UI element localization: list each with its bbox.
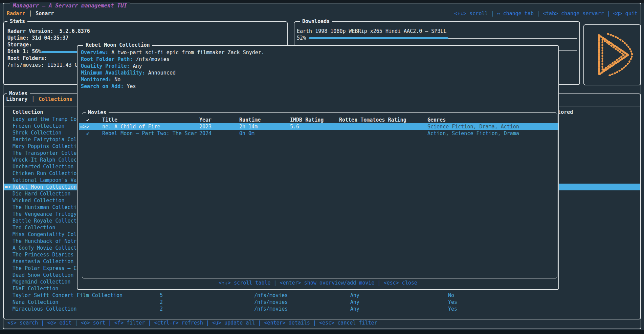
collection-column-header: Collection — [13, 109, 43, 116]
collection-name: Uncharted Collection — [13, 163, 74, 170]
modal-title: Rebel Moon Collection — [83, 42, 152, 48]
managarr-logo-icon — [587, 28, 637, 82]
movie-genres: Action, Science Fiction, Drama — [427, 130, 519, 137]
downloads-panel-title: Downloads — [300, 18, 332, 25]
column-header-year: Year — [199, 117, 212, 123]
collection-root-folder: /nfs/movies — [254, 292, 288, 299]
download-item-percent: 52% — [297, 35, 306, 41]
column-header-imdb-rating: IMDB Rating — [290, 117, 324, 123]
modal-field-label: Overview: — [81, 49, 108, 56]
tab-separator: │ — [27, 96, 39, 102]
movie-genres: Science Fiction, Drama, Action — [427, 123, 519, 130]
collection-name: The Hunchback of Notr — [13, 238, 77, 245]
modal-field-value: Announced — [145, 70, 176, 76]
modal-movie-row[interactable]: =>✔ne: A Child of Fire20232h 14m5.6Scien… — [79, 123, 558, 130]
tab-collections[interactable]: Collections — [39, 96, 72, 102]
tab-library[interactable]: Library — [6, 96, 27, 102]
download-item-name: Earth 1998 1080p WEBRip x265 Hindi AAC2.… — [297, 28, 447, 35]
collection-details-modal: Rebel Moon Collection Overview: A two-pa… — [77, 45, 559, 290]
terminal-bottom-strip — [0, 330, 644, 334]
top-keybinding-hints: <↑↓> scroll | ↔ change tab | <tab> chang… — [454, 10, 638, 17]
modal-movies-subpanel — [82, 112, 557, 278]
collection-name: Rebel Moon Collection — [13, 184, 77, 190]
download-progress-remainder — [448, 38, 577, 39]
modal-field-label: Minimum Availability: — [81, 70, 145, 76]
collection-name: Dead Snow Collection — [13, 272, 74, 278]
modal-field-label: Root Folder Path: — [81, 56, 133, 62]
collection-movie-count: 2 — [160, 299, 163, 306]
collection-name: The Transporter Colle — [13, 150, 77, 156]
collection-name: Shrek Collection — [13, 129, 62, 136]
collection-search-on-add: Yes — [448, 306, 457, 312]
root-folder-usage: /nfs/movies: 11511.43 GB — [7, 62, 81, 68]
modal-field-value: A two-part sci-fi epic from filmmaker Za… — [108, 49, 264, 56]
movie-year: 2024 — [199, 130, 212, 137]
collection-name: FNaF Collection — [13, 285, 58, 292]
column-header-genres: Genres — [427, 117, 446, 123]
collection-name: National Lampoon's Va — [13, 177, 77, 184]
stats-panel-title: Stats — [7, 18, 27, 25]
movie-monitored-check: ✔ — [86, 123, 89, 130]
modal-field-value: Any — [130, 63, 142, 69]
movie-title: ne: A Child of Fire — [102, 123, 160, 130]
collection-name: Frozen Collection — [13, 123, 65, 129]
modal-field: Overview: A two-part sci-fi epic from fi… — [81, 49, 562, 56]
collection-name: Megamind collection — [13, 278, 71, 285]
collection-row[interactable]: Nana Collection2/nfs/moviesAnyYes — [3, 299, 641, 306]
column-header--: ✔ — [86, 117, 89, 123]
collection-name: Die Hard Collection — [13, 190, 71, 197]
collection-name: Battle Royale Collect — [13, 217, 77, 224]
collection-name: Nana Collection — [13, 299, 58, 306]
tab-separator: │ — [25, 11, 36, 17]
modal-movies-subpanel-title: Movies — [86, 109, 109, 116]
radarr-version: Radarr Version: 5.2.6.8376 — [7, 28, 90, 35]
modal-keybinding-hints: <↑↓> scroll table | <enter> show overvie… — [77, 279, 558, 286]
modal-field-value: /nfs/movies — [133, 56, 170, 62]
selection-marker: => — [5, 184, 11, 190]
modal-field: Minimum Availability: Announced — [81, 69, 562, 76]
collection-name: The Polar Express – C — [13, 265, 77, 272]
collection-movie-count: 5 — [160, 292, 163, 299]
modal-field: Root Folder Path: /nfs/movies — [81, 56, 562, 63]
servarr-tabs: Radarr│Sonarr — [7, 10, 54, 17]
modal-movie-row[interactable]: ✔Rebel Moon – Part Two: The Scar20240h 0… — [77, 130, 560, 137]
collection-name: A Goofy Movie Collect — [13, 245, 77, 251]
collection-row[interactable]: Miraculous Collection2/nfs/moviesAnyYes — [3, 306, 641, 312]
modal-table-header: ✔TitleYearRuntimeIMDB RatingRotten Tomat… — [77, 117, 558, 123]
column-header-title: Title — [102, 117, 117, 123]
movie-title: Rebel Moon – Part Two: The Scar — [102, 130, 197, 137]
movie-year: 2023 — [199, 123, 212, 130]
collection-name: Chicken Run Collectio — [13, 170, 77, 177]
movie-runtime: 2h 14m — [239, 123, 258, 130]
collection-name: The Vengeance Trilogy — [13, 211, 77, 217]
movie-monitored-check: ✔ — [86, 130, 89, 137]
uptime: Uptime: 31d 04:35:37 — [7, 35, 69, 41]
collection-quality-profile: Any — [350, 292, 359, 299]
download-progress-bar — [309, 37, 448, 39]
modal-field: Monitored: No — [81, 76, 562, 83]
tab-radarr[interactable]: Radarr — [7, 11, 25, 17]
tab-sonarr[interactable]: Sonarr — [36, 11, 54, 17]
app-title: Managarr – A Servarr management TUI — [10, 2, 130, 9]
collection-movie-count: 2 — [160, 306, 163, 312]
collection-name: Lady and the Tramp Co — [13, 116, 77, 123]
collection-quality-profile: Any — [350, 306, 359, 312]
bottom-keybinding-hints: <s> search | <e> edit | <o> sort | <f> f… — [7, 319, 377, 326]
collection-name: Barbie Fairytopia Col — [13, 136, 77, 143]
collection-name: Anastasia Collection — [13, 258, 74, 265]
collection-name: Miraculous Collection — [13, 306, 77, 312]
selection-marker: => — [80, 123, 86, 130]
disk-usage-label: Disk 1: 56% — [7, 48, 41, 55]
collection-name: Wreck-It Ralph Collec — [13, 156, 77, 163]
collection-quality-profile: Any — [350, 299, 359, 306]
collection-root-folder: /nfs/movies — [254, 306, 288, 312]
collection-search-on-add: Yes — [448, 299, 457, 306]
modal-field-value: Yes — [124, 83, 136, 89]
collection-name: The Princess Diaries — [13, 251, 74, 258]
collection-row[interactable]: Taylor Swift Concert Film Collection5/nf… — [3, 292, 641, 299]
collection-name: The Huntsman Collecti — [13, 204, 77, 211]
root-folders-label: Root Folders: — [7, 55, 47, 62]
modal-field-label: Monitored: — [81, 77, 111, 83]
managarr-app: Managarr – A Servarr management TUI Rada… — [0, 0, 644, 334]
collection-name: Taylor Swift Concert Film Collection — [13, 292, 123, 299]
